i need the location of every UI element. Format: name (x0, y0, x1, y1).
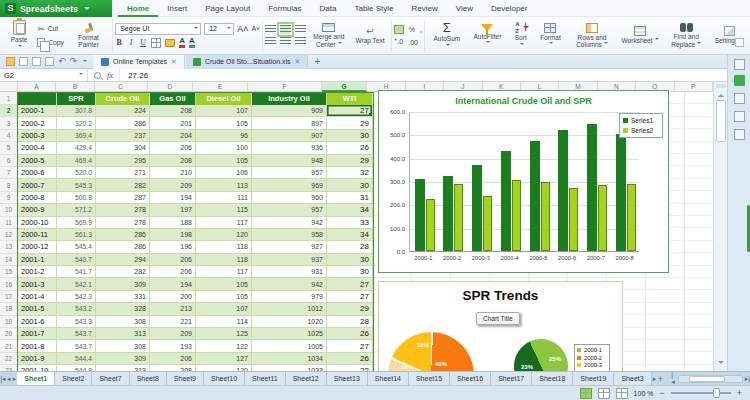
cell[interactable]: 543.2 (57, 303, 96, 315)
cell[interactable]: 27 (327, 340, 373, 352)
cell[interactable]: 27 (327, 278, 373, 290)
cell[interactable]: 30 (327, 254, 373, 266)
sheet-tab-sheet10[interactable]: Sheet10 (204, 372, 245, 385)
cell[interactable]: 26 (327, 353, 373, 365)
cell[interactable]: 1012 (252, 303, 327, 315)
sidebar-skin-icon[interactable] (734, 59, 745, 70)
rows-columns-button[interactable]: Rows and Columns (567, 17, 616, 54)
font-color-button[interactable]: A (179, 37, 185, 48)
cell[interactable]: 320.2 (57, 117, 96, 129)
cell[interactable]: 206 (150, 142, 196, 154)
cell[interactable]: 957 (252, 167, 327, 179)
worksheet-button[interactable]: Worksheet (617, 17, 664, 54)
row-header-19[interactable]: 19 (0, 316, 18, 328)
cell[interactable]: 331 (96, 291, 150, 303)
row-header-14[interactable]: 14 (0, 254, 18, 266)
cell[interactable]: 287 (96, 192, 150, 204)
font-name-combo[interactable]: Segoe UI (115, 23, 201, 35)
cell[interactable]: 520.0 (57, 167, 96, 179)
cell[interactable]: 2000-4 (18, 142, 57, 154)
cell[interactable]: 118 (196, 241, 252, 253)
cell[interactable]: 201 (150, 117, 196, 129)
column-header-E[interactable]: E (193, 82, 248, 92)
zoom-slider[interactable] (671, 392, 731, 394)
cell[interactable]: 2000-9 (18, 204, 57, 216)
cut-button[interactable]: ✂Cut (37, 23, 64, 35)
cell[interactable]: 429.4 (57, 142, 96, 154)
menu-tab-home[interactable]: Home (118, 0, 158, 17)
split-handle[interactable] (716, 84, 726, 88)
row-header-4[interactable]: 4 (0, 130, 18, 142)
cell[interactable]: 2000-11 (18, 229, 57, 241)
sheet-tab-sheet13[interactable]: Sheet13 (327, 372, 368, 385)
row-header-12[interactable]: 12 (0, 229, 18, 241)
cell[interactable]: 942 (252, 278, 327, 290)
cell[interactable]: 2001-5 (18, 303, 57, 315)
percent-format-button[interactable]: % (409, 26, 415, 33)
wrap-text-button[interactable]: ↩ Wrap Text (351, 17, 388, 54)
cell[interactable]: 313 (96, 328, 150, 340)
sheet-tab-sheet14[interactable]: Sheet14 (368, 372, 409, 385)
sheet-tab-sheet12[interactable]: Sheet12 (286, 372, 327, 385)
cell[interactable]: 122 (196, 340, 252, 352)
cell[interactable]: 26 (327, 142, 373, 154)
cell[interactable]: 27 (327, 291, 373, 303)
hscroll-left-icon[interactable]: |◂ (671, 371, 676, 386)
redo-icon[interactable]: ↷ (70, 57, 78, 66)
cell[interactable]: 208 (150, 155, 196, 167)
cell[interactable]: 188 (150, 217, 196, 229)
cell[interactable]: 107 (196, 105, 252, 117)
cell[interactable]: 271 (96, 167, 150, 179)
cell[interactable]: 34 (327, 204, 373, 216)
magnifier-icon[interactable] (94, 72, 101, 79)
cell[interactable]: 545.4 (57, 241, 96, 253)
cell[interactable]: 544.4 (57, 353, 96, 365)
dropdown-caret-icon[interactable] (83, 60, 87, 64)
worksheet-grid[interactable]: ABCDEFGHIJKLMNOP 1SPRCrude OilGas OilDie… (0, 82, 713, 371)
menu-tab-table-style[interactable]: Table Style (345, 0, 402, 17)
cell[interactable]: 193 (150, 340, 196, 352)
cell[interactable]: 571.2 (57, 204, 96, 216)
new-document-icon[interactable] (19, 57, 28, 66)
cell[interactable]: 105 (196, 278, 252, 290)
cell[interactable]: 27 (327, 105, 373, 117)
cell[interactable]: 206 (150, 353, 196, 365)
cell[interactable]: 30 (327, 130, 373, 142)
cell[interactable]: 1034 (252, 353, 327, 365)
cell[interactable]: 28 (327, 241, 373, 253)
cell[interactable]: 221 (150, 316, 196, 328)
cell[interactable]: 942 (252, 217, 327, 229)
cell[interactable]: 120 (196, 229, 252, 241)
row-header-6[interactable]: 6 (0, 155, 18, 167)
align-top-button[interactable] (265, 25, 276, 34)
close-icon[interactable]: ✕ (171, 58, 177, 66)
menu-tab-view[interactable]: View (447, 0, 482, 17)
cell[interactable]: 958 (252, 229, 327, 241)
align-left-button[interactable] (265, 37, 276, 46)
sidebar-backstage-icon[interactable] (734, 129, 745, 140)
column-header-A[interactable]: A (18, 82, 56, 92)
menu-tab-page-layout[interactable]: Page Layout (196, 0, 259, 17)
cell[interactable]: 105 (196, 291, 252, 303)
cell[interactable]: 198 (150, 229, 196, 241)
row-header-15[interactable]: 15 (0, 266, 18, 278)
cell[interactable]: 948 (252, 155, 327, 167)
header-cell[interactable]: Crude Oil (96, 92, 150, 105)
cell[interactable]: 113 (196, 179, 252, 191)
cell[interactable]: 30 (327, 266, 373, 278)
cell[interactable]: 295 (96, 155, 150, 167)
settings-button[interactable]: Settings (709, 17, 750, 54)
cell[interactable]: 278 (96, 217, 150, 229)
ribbon-collapse-icon[interactable] (735, 38, 744, 47)
scroll-down-icon[interactable] (718, 361, 724, 367)
cell[interactable]: 105 (196, 155, 252, 167)
sheet-tab-sheet3[interactable]: Sheet3 (614, 372, 651, 385)
bar-chart-object[interactable]: International Crude Oil and SPR 0.0100.0… (378, 90, 669, 273)
cell[interactable]: 286 (96, 241, 150, 253)
row-header-22[interactable]: 22 (0, 353, 18, 365)
cell[interactable]: 308 (96, 316, 150, 328)
sidebar-clipboard-icon[interactable] (734, 93, 745, 104)
scroll-up-icon[interactable] (718, 91, 724, 97)
print-preview-icon[interactable] (45, 57, 54, 66)
cell[interactable]: 278 (96, 204, 150, 216)
